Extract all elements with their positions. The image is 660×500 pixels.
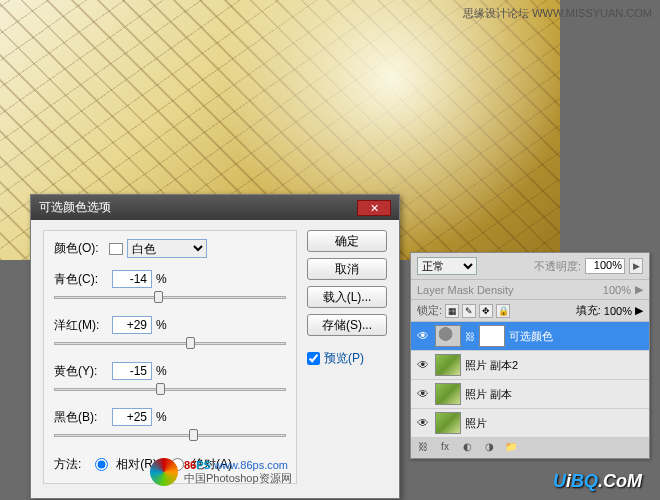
layer-row[interactable]: 👁 照片 [411, 409, 649, 438]
layers-toolbar: ⛓ fx ◐ ◑ 📁 [411, 438, 649, 458]
color-label: 颜色(O): [54, 240, 99, 257]
yellow-label: 黄色(Y): [54, 363, 112, 380]
mask-thumbnail[interactable] [479, 325, 505, 347]
link-icon: ⛓ [465, 331, 475, 342]
layer-row[interactable]: 👁 ⛓ 可选颜色 [411, 322, 649, 351]
save-button[interactable]: 存储(S)... [307, 314, 387, 336]
layer-row[interactable]: 👁 照片 副本 [411, 380, 649, 409]
cyan-value[interactable] [112, 270, 152, 288]
layer-row[interactable]: 👁 照片 副本2 [411, 351, 649, 380]
opacity-value[interactable]: 100% [585, 258, 625, 274]
density-label: Layer Mask Density [417, 284, 514, 296]
layers-panel: 正常 不透明度: 100% ▶ Layer Mask Density 100% … [410, 252, 650, 459]
method-label: 方法: [54, 456, 81, 473]
load-button[interactable]: 载入(L)... [307, 286, 387, 308]
pct: % [156, 410, 167, 424]
logo-icon [150, 458, 178, 486]
layer-name: 照片 副本 [465, 387, 512, 402]
visibility-icon[interactable]: 👁 [415, 387, 431, 401]
fill-value[interactable]: 100% [604, 305, 632, 317]
black-slider[interactable] [54, 428, 286, 442]
fx-icon[interactable]: fx [437, 441, 453, 455]
visibility-icon[interactable]: 👁 [415, 358, 431, 372]
link-layers-icon[interactable]: ⛓ [415, 441, 431, 455]
layer-name: 照片 副本2 [465, 358, 518, 373]
blend-mode-select[interactable]: 正常 [417, 257, 477, 275]
visibility-icon[interactable]: 👁 [415, 416, 431, 430]
opacity-arrow-icon[interactable]: ▶ [629, 258, 643, 274]
watermark-86ps: 86PS www.86ps.com 中国Photoshop资源网 [150, 458, 292, 486]
dialog-titlebar[interactable]: 可选颜色选项 ✕ [31, 195, 399, 220]
top-caption: 思缘设计论坛 WWW.MISSYUAN.COM [463, 6, 652, 21]
fill-arrow-icon[interactable]: ▶ [635, 304, 643, 317]
pct: % [156, 364, 167, 378]
preview-checkbox[interactable] [307, 352, 320, 365]
cancel-button[interactable]: 取消 [307, 258, 387, 280]
visibility-icon[interactable]: 👁 [415, 329, 431, 343]
color-swatch [109, 243, 123, 255]
lock-all-icon[interactable]: 🔒 [496, 304, 510, 318]
close-icon[interactable]: ✕ [357, 200, 391, 216]
pct: % [156, 272, 167, 286]
preview-label: 预览(P) [324, 350, 364, 367]
opacity-label: 不透明度: [534, 259, 581, 274]
watermark-uibq: UiBQ.CoM [553, 471, 642, 492]
method-relative-radio[interactable] [95, 458, 108, 471]
cyan-label: 青色(C): [54, 271, 112, 288]
black-label: 黑色(B): [54, 409, 112, 426]
black-value[interactable] [112, 408, 152, 426]
magenta-slider[interactable] [54, 336, 286, 350]
lock-label: 锁定: [417, 303, 442, 318]
layers-list: 👁 ⛓ 可选颜色 👁 照片 副本2 👁 照片 副本 👁 照片 [411, 322, 649, 438]
layer-name: 可选颜色 [509, 329, 553, 344]
magenta-label: 洋红(M): [54, 317, 112, 334]
mask-icon[interactable]: ◐ [459, 441, 475, 455]
density-value[interactable]: 100% [603, 284, 631, 296]
layer-thumbnail[interactable] [435, 412, 461, 434]
color-select[interactable]: 白色 [127, 239, 207, 258]
lock-image-icon[interactable]: ✎ [462, 304, 476, 318]
dialog-title-text: 可选颜色选项 [39, 199, 111, 216]
pct: % [156, 318, 167, 332]
magenta-value[interactable] [112, 316, 152, 334]
layer-thumbnail[interactable] [435, 354, 461, 376]
layer-thumbnail[interactable] [435, 383, 461, 405]
density-arrow-icon[interactable]: ▶ [635, 283, 643, 296]
ok-button[interactable]: 确定 [307, 230, 387, 252]
yellow-value[interactable] [112, 362, 152, 380]
yellow-slider[interactable] [54, 382, 286, 396]
lock-position-icon[interactable]: ✥ [479, 304, 493, 318]
cyan-slider[interactable] [54, 290, 286, 304]
layer-name: 照片 [465, 416, 487, 431]
layer-thumbnail[interactable] [435, 325, 461, 347]
selective-color-dialog: 可选颜色选项 ✕ 颜色(O): 白色 青色(C): % 洋红(M): % [30, 194, 400, 499]
fill-label: 填充: [576, 303, 601, 318]
folder-icon[interactable]: 📁 [503, 441, 519, 455]
adjustment-icon[interactable]: ◑ [481, 441, 497, 455]
lock-transparent-icon[interactable]: ▦ [445, 304, 459, 318]
